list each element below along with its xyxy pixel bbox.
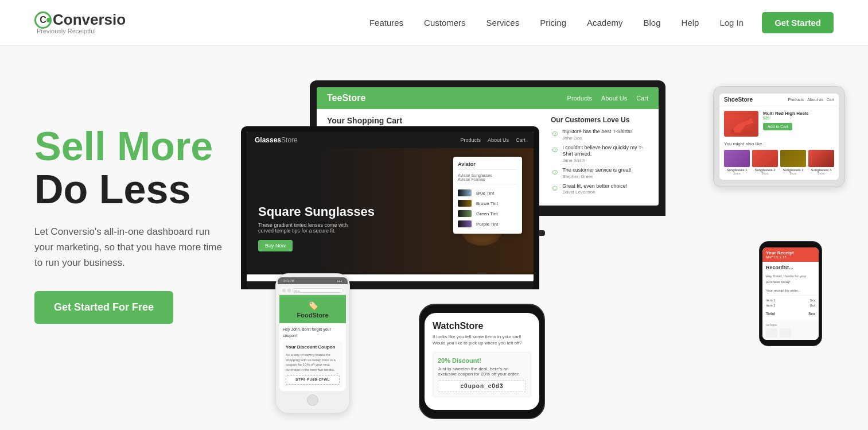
review-text-4: Great fit, even better choice! xyxy=(562,183,627,190)
shoe-nav-products: Products xyxy=(788,98,804,102)
record-receipt-header: Your Receipt MAY 10, 2:17... xyxy=(762,247,819,262)
food-email-icon: 🏷️ xyxy=(284,300,341,311)
record-receipt-date: MAY 10, 2:17... xyxy=(766,255,815,259)
teestore-logo: TeeStore xyxy=(327,93,365,103)
shoe-add-to-cart-button[interactable]: Add to Cart xyxy=(763,123,792,130)
teestore-nav-cart: Cart xyxy=(636,95,648,102)
device-laptop: GlassesStore Products About Us Cart xyxy=(241,126,539,289)
nav-customers[interactable]: Customers xyxy=(416,13,474,32)
review-text-1: myStore has the best T-Shirts! xyxy=(562,129,632,135)
nav-login[interactable]: Log In xyxy=(711,13,752,32)
rec-item-4: Sunglasses 4 $xxx xyxy=(808,150,834,175)
swatch-brown xyxy=(458,200,472,207)
glasses-label-blue: Blue Tint xyxy=(476,191,494,196)
hero-section: Sell More Do Less Let Conversio's all-in… xyxy=(0,46,868,425)
food-greeting: Hey John, don't forget your coupon! xyxy=(283,327,342,339)
shoe-product-image xyxy=(724,111,758,137)
glasses-buy-button[interactable]: Buy Now xyxy=(258,240,293,251)
teestore-reviews: Our Customers Love Us ☺ myStore has the … xyxy=(551,116,648,199)
glasses-dropdown-title: Aviator xyxy=(458,161,517,170)
food-phone-status-bar: 9:41 PM ●●● xyxy=(278,277,348,284)
review-item-1: ☺ myStore has the best T-Shirts! John Do… xyxy=(551,129,648,141)
review-author-3: Stephen Green xyxy=(562,174,632,179)
record-item-name: Your receipt for order... xyxy=(766,288,801,294)
shoe-product-price: $29 xyxy=(763,116,834,120)
glasses-label-purple: Purple Tint xyxy=(476,222,498,227)
food-coupon-title: Your Discount Coupon xyxy=(286,344,340,351)
glassesstore-nav-links: Products About Us Cart xyxy=(460,137,526,143)
device-shoestore-tablet: ShoeStore Products About us Cart xyxy=(713,86,845,187)
glasses-nav-about: About Us xyxy=(488,137,509,143)
shoestore-rec-title: You might also like... xyxy=(724,141,834,146)
nav-services[interactable]: Services xyxy=(478,13,528,32)
rec-item-1: Sunglasses 1 $xxx xyxy=(724,150,750,175)
food-back-button[interactable] xyxy=(282,289,286,292)
glassesstore-logo: GlassesStore xyxy=(255,136,298,144)
rec-img-1 xyxy=(724,150,750,167)
shoestore-nav: ShoeStore Products About us Cart xyxy=(719,94,839,106)
review-item-3: ☺ The customer service is great! Stephen… xyxy=(551,167,648,179)
rec-item-2: Sunglasses 2 $xxx xyxy=(752,150,778,175)
record-receipt-body: Hey David, thanks for your purchase toda… xyxy=(762,272,819,321)
glasses-option-purple: Purple Tint xyxy=(458,219,517,229)
nav-help[interactable]: Help xyxy=(674,13,707,32)
shoestore-rec-grid: Sunglasses 1 $xxx Sunglasses 2 $xxx Sung… xyxy=(724,150,834,175)
recordstore-name: RecordSt... xyxy=(762,262,819,272)
watchstore-desc: It looks like you left some items in you… xyxy=(433,334,531,346)
review-icon-1: ☺ xyxy=(551,129,559,138)
food-forward-button[interactable] xyxy=(287,289,291,292)
hero-cta-button[interactable]: Get Started For Free xyxy=(34,291,173,324)
logo-subtitle: Previously Receiptful xyxy=(37,28,96,34)
record-footer-actions xyxy=(766,328,815,338)
glasses-label-green: Green Tint xyxy=(476,211,497,216)
record-greeting: Hey David, thanks for your purchase toda… xyxy=(766,274,815,285)
rec-img-4 xyxy=(808,150,834,167)
rec-price-1: $xxx xyxy=(724,172,750,175)
hero-description: Let Conversio's all-in-one dashboard run… xyxy=(34,224,229,271)
nav-pricing[interactable]: Pricing xyxy=(532,13,574,32)
review-author-2: Jane Smith xyxy=(562,158,648,163)
shoe-product-name: Multi Red High Heels xyxy=(763,111,834,116)
device-watchstore-phone: WatchStore It looks like you left some i… xyxy=(419,304,545,419)
teestore-reviews-title: Our Customers Love Us xyxy=(551,116,648,124)
food-coupon-section: Your Discount Coupon As a way of saying … xyxy=(283,341,342,388)
shoestore-body: Multi Red High Heels $29 Add to Cart You… xyxy=(719,106,839,180)
food-phone-screen: Inbox 🏷️ FoodStore Hey John, don't forge… xyxy=(279,286,346,391)
review-item-4: ☺ Great fit, even better choice! David L… xyxy=(551,183,648,195)
review-item-2: ☺ I couldn't believe how quickly my T-Sh… xyxy=(551,145,648,163)
teestore-nav-products: Products xyxy=(567,95,592,102)
glasses-option-green: Green Tint xyxy=(458,208,517,219)
teestore-cart-title: Your Shopping Cart xyxy=(327,116,544,125)
glasses-nav-products: Products xyxy=(460,137,481,143)
glassesstore-nav: GlassesStore Products About Us Cart xyxy=(247,132,534,148)
logo-icon: C xyxy=(34,11,52,29)
glasses-dropdown-subtitle: Aviator SunglassesAviator Frames xyxy=(458,173,517,184)
record-footer-btn2 xyxy=(780,328,791,338)
teestore-nav-about: About Us xyxy=(601,95,627,102)
record-receipt-footer: Receipts xyxy=(762,321,819,340)
nav-blog[interactable]: Blog xyxy=(636,13,669,32)
rec-item-3: Sunglasses 3 $xxx xyxy=(780,150,806,175)
food-home-button[interactable] xyxy=(307,394,318,406)
nav-features[interactable]: Features xyxy=(361,13,411,32)
review-icon-4: ☺ xyxy=(551,183,559,192)
rec-img-3 xyxy=(780,150,806,167)
food-email-header: 🏷️ FoodStore xyxy=(279,295,346,323)
record-receipt-item-1: Your receipt for order... xyxy=(766,287,815,296)
watchstore-discount-title: 20% Discount! xyxy=(438,357,526,364)
glasses-label-brown: Brown Tint xyxy=(476,201,498,206)
watchstore-coupon-code: c0upon_c0d3 xyxy=(438,380,526,392)
swatch-green xyxy=(458,210,472,217)
shoe-nav-cart: Cart xyxy=(827,98,834,102)
hero-title-line2: Do Less xyxy=(34,169,252,210)
glasses-product-desc: These gradient tinted lenses come withcu… xyxy=(258,222,375,234)
watchstore-logo: WatchStore xyxy=(433,321,531,331)
nav-academy[interactable]: Academy xyxy=(579,13,631,32)
shoe-nav-about: About us xyxy=(807,98,823,102)
shoe-product-details: Multi Red High Heels $29 Add to Cart xyxy=(763,111,834,130)
swatch-purple xyxy=(458,220,472,227)
watchstore-discount-box: 20% Discount! Just to sweeten the deal, … xyxy=(433,352,531,397)
record-footer-btn1 xyxy=(766,328,777,338)
review-author-1: John Doe xyxy=(562,135,632,141)
nav-get-started-button[interactable]: Get Started xyxy=(762,12,834,33)
